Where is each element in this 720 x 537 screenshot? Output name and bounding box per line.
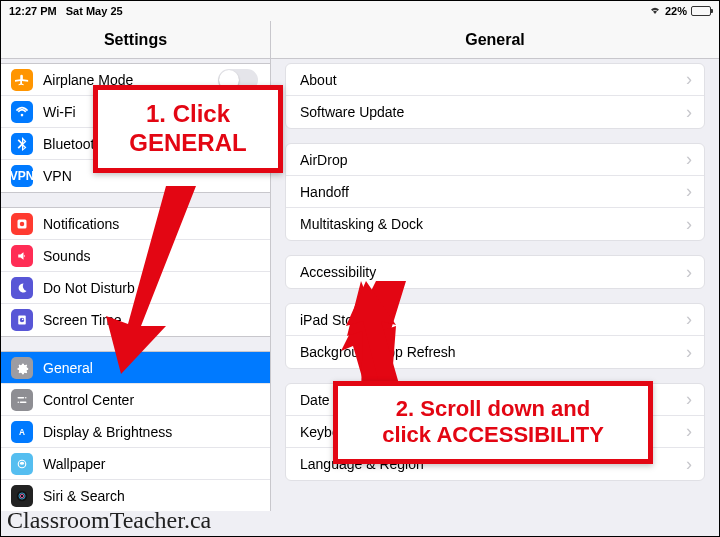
siri-icon	[11, 485, 33, 507]
sidebar-item-display[interactable]: A Display & Brightness	[1, 416, 270, 448]
screentime-icon	[11, 309, 33, 331]
battery-icon	[691, 6, 711, 16]
chevron-right-icon: ›	[686, 454, 692, 475]
row-label: Wallpaper	[43, 456, 258, 472]
sounds-icon	[11, 245, 33, 267]
sidebar-title: Settings	[1, 21, 270, 59]
watermark: ClassroomTeacher.ca	[7, 507, 211, 534]
annotation-text: 1. Click	[116, 100, 260, 129]
row-multitasking[interactable]: Multitasking & Dock ›	[286, 208, 704, 240]
main-group-airdrop: AirDrop › Handoff › Multitasking & Dock …	[285, 143, 705, 241]
svg-marker-10	[346, 281, 401, 391]
annotation-arrow-2b	[341, 281, 421, 391]
status-date: Sat May 25	[66, 5, 123, 17]
annotation-text: 2. Scroll down and	[356, 396, 630, 422]
wallpaper-icon	[11, 453, 33, 475]
sidebar-item-wallpaper[interactable]: Wallpaper	[1, 448, 270, 480]
row-label: Siri & Search	[43, 488, 258, 504]
row-about[interactable]: About ›	[286, 64, 704, 96]
annotation-callout-2: 2. Scroll down and click ACCESSIBILITY	[333, 381, 653, 464]
annotation-callout-1: 1. Click GENERAL	[93, 85, 283, 173]
wifi-icon	[649, 5, 661, 17]
chevron-right-icon: ›	[686, 149, 692, 170]
svg-marker-7	[106, 186, 196, 374]
main-group-about: About › Software Update ›	[285, 63, 705, 129]
chevron-right-icon: ›	[686, 262, 692, 283]
ipad-settings-screenshot: 12:27 PM Sat May 25 22% Settings Airplan…	[0, 0, 720, 537]
battery-percent: 22%	[665, 5, 687, 17]
chevron-right-icon: ›	[686, 102, 692, 123]
row-handoff[interactable]: Handoff ›	[286, 176, 704, 208]
annotation-text: GENERAL	[116, 129, 260, 158]
svg-point-1	[20, 221, 25, 226]
chevron-right-icon: ›	[686, 69, 692, 90]
row-label: About	[300, 72, 686, 88]
notifications-icon	[11, 213, 33, 235]
chevron-right-icon: ›	[686, 389, 692, 410]
row-label: AirDrop	[300, 152, 686, 168]
row-label: Handoff	[300, 184, 686, 200]
row-label: Accessibility	[300, 264, 686, 280]
row-label: Software Update	[300, 104, 686, 120]
vpn-icon: VPN	[11, 165, 33, 187]
display-icon: A	[11, 421, 33, 443]
chevron-right-icon: ›	[686, 214, 692, 235]
annotation-text: click ACCESSIBILITY	[356, 422, 630, 448]
gear-icon	[11, 357, 33, 379]
chevron-right-icon: ›	[686, 342, 692, 363]
main-title: General	[271, 21, 719, 59]
dnd-icon	[11, 277, 33, 299]
svg-text:A: A	[19, 428, 25, 437]
wifi-icon	[11, 101, 33, 123]
svg-point-4	[17, 491, 28, 502]
row-label: Control Center	[43, 392, 258, 408]
status-time: 12:27 PM	[9, 5, 57, 17]
annotation-arrow-1	[86, 186, 206, 376]
chevron-right-icon: ›	[686, 181, 692, 202]
chevron-right-icon: ›	[686, 421, 692, 442]
row-label: Display & Brightness	[43, 424, 258, 440]
control-center-icon	[11, 389, 33, 411]
row-software-update[interactable]: Software Update ›	[286, 96, 704, 128]
airplane-icon	[11, 69, 33, 91]
sidebar-item-control-center[interactable]: Control Center	[1, 384, 270, 416]
status-bar: 12:27 PM Sat May 25 22%	[1, 1, 719, 21]
row-label: Multitasking & Dock	[300, 216, 686, 232]
chevron-right-icon: ›	[686, 309, 692, 330]
bluetooth-icon	[11, 133, 33, 155]
row-airdrop[interactable]: AirDrop ›	[286, 144, 704, 176]
